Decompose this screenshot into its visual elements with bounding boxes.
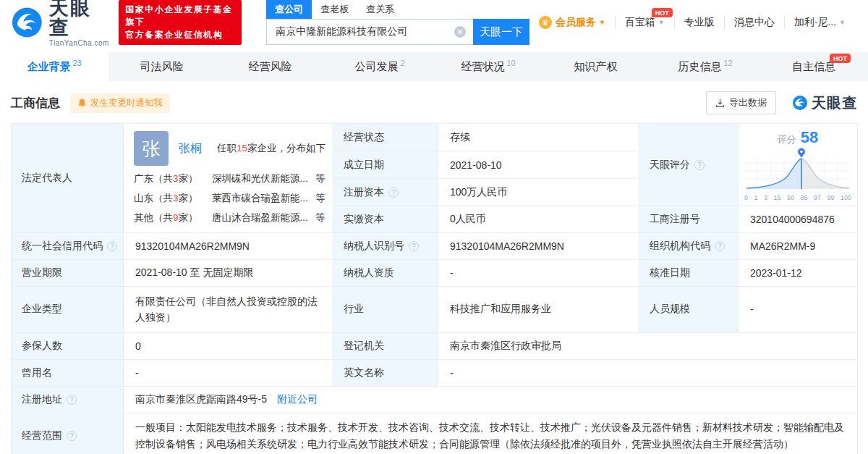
menu-toolbox[interactable]: HOT 百宝箱 ▼ xyxy=(615,16,674,29)
taxpayer-id-value: 91320104MA26R2MM9N xyxy=(438,233,639,260)
insured-count-label: 参保人数 xyxy=(12,332,124,359)
help-icon[interactable]: ? xyxy=(409,241,419,251)
address-value: 南京市秦淮区虎踞南路49号-5 附近公司 xyxy=(124,386,858,413)
distribution-row[interactable]: 山东（共3家） 莱西市碳合瑞盈新能... 等 xyxy=(134,192,327,205)
term-label: 营业期限 xyxy=(12,260,124,287)
search-tab-boss[interactable]: 查老板 xyxy=(312,0,357,19)
score-distribution-chart xyxy=(744,147,851,193)
table-row: 企业类型 有限责任公司（非自然人投资或控股的法人独资） 行业 科技推广和应用服务… xyxy=(12,287,858,333)
gov-certification-badge: 国家中小企业发展子基金旗下 官方备案企业征信机构 xyxy=(119,0,242,45)
help-icon[interactable]: ? xyxy=(388,188,399,198)
reg-capital-label: 注册资本? xyxy=(333,179,438,206)
distribution-row[interactable]: 广东（共3家） 深圳碳和光伏新能源... 等 xyxy=(134,172,327,185)
tab-company-background[interactable]: 企业背景23 xyxy=(0,52,109,81)
tab-intellectual-property[interactable]: 知识产权 xyxy=(542,52,651,81)
score-label: 天眼评分? xyxy=(639,124,739,206)
founded-value: 2021-08-10 xyxy=(438,151,639,179)
hot-badge: HOT xyxy=(830,54,851,63)
reg-number-label: 工商注册号 xyxy=(639,206,739,233)
reg-number-value: 320104000694876 xyxy=(739,206,858,233)
industry-value: 科技推广和应用服务业 xyxy=(438,287,639,333)
tab-operating-status[interactable]: 经营状况10 xyxy=(434,52,542,81)
staff-size-label: 人员规模 xyxy=(639,287,739,333)
insured-count-value: 0 xyxy=(124,332,333,359)
score-line: 评分58 xyxy=(778,128,818,147)
tianyancha-swirl-icon xyxy=(792,95,808,111)
table-row: 营业期限 2021-08-10 至 无固定期限 纳税人资质 - 核准日期 202… xyxy=(12,260,858,287)
top-header: 天眼查 TianYanCha.com 国家中小企业发展子基金旗下 官方备案企业征… xyxy=(0,0,868,45)
search-tab-relation[interactable]: 查关系 xyxy=(357,0,403,19)
term-value: 2021-08-10 至 无固定期限 xyxy=(124,260,333,287)
business-info-table: 法定代表人 张 张桐 任职15家企业，分布如下 广东（共3家） 深圳碳和光伏新能… xyxy=(11,123,858,454)
page: { "colors": { "accent": "#0e80f0", "bran… xyxy=(0,0,868,454)
credit-code-value: 91320104MA26R2MM9N xyxy=(124,233,333,260)
export-data-button[interactable]: 导出数据 xyxy=(706,91,776,114)
search-input[interactable] xyxy=(266,19,473,45)
top-menu: ♛ 会员服务 ▼ HOT 百宝箱 ▼ 专业版 消息中心 加利·尼... ▼ xyxy=(529,16,855,29)
table-row: 法定代表人 张 张桐 任职15家企业，分布如下 广东（共3家） 深圳碳和光伏新能… xyxy=(12,124,858,151)
help-icon[interactable]: ? xyxy=(715,241,725,251)
status-label: 经营状态 xyxy=(333,124,438,151)
menu-vip-services[interactable]: ♛ 会员服务 ▼ xyxy=(529,16,615,29)
search-tabs: 查公司 查老板 查关系 xyxy=(266,0,529,19)
legal-rep-name-link[interactable]: 张桐 xyxy=(179,141,202,156)
approval-date-label: 核准日期 xyxy=(639,260,739,287)
tianyancha-watermark-logo: 天眼查 xyxy=(792,93,857,113)
menu-pro-version[interactable]: 专业版 xyxy=(674,16,724,29)
chevron-down-icon: ▼ xyxy=(658,19,665,26)
tab-operating-risk[interactable]: 经营风险 xyxy=(217,52,326,81)
download-icon xyxy=(715,98,725,108)
english-name-value: - xyxy=(438,359,858,386)
founded-label: 成立日期 xyxy=(333,151,438,179)
taxpayer-id-label: 纳税人识别号? xyxy=(333,233,438,260)
menu-message-center[interactable]: 消息中心 xyxy=(724,16,784,29)
help-icon[interactable]: ? xyxy=(67,395,77,405)
help-icon[interactable]: ? xyxy=(694,160,705,170)
chevron-down-icon: ▼ xyxy=(839,19,846,26)
tianyancha-logo[interactable]: 天眼查 TianYanCha.com xyxy=(11,0,110,47)
english-name-label: 英文名称 xyxy=(333,359,438,386)
business-scope-label: 经营范围? xyxy=(12,413,124,454)
tenure-text: 任职15家企业，分布如下 xyxy=(217,142,327,155)
company-type-label: 企业类型 xyxy=(12,287,124,333)
table-row: 注册地址? 南京市秦淮区虎踞南路49号-5 附近公司 xyxy=(12,386,858,413)
logo-subtitle: TianYanCha.com xyxy=(49,39,110,47)
staff-size-value: - xyxy=(739,287,858,333)
logo-title: 天眼查 xyxy=(49,0,110,38)
search-button[interactable]: 天眼一下 xyxy=(473,19,529,45)
taxpayer-quality-label: 纳税人资质 xyxy=(333,260,438,287)
search-tab-company[interactable]: 查公司 xyxy=(266,0,312,19)
status-value: 存续 xyxy=(438,124,639,151)
section-title: 工商信息 xyxy=(11,95,60,112)
tianyancha-swirl-icon xyxy=(11,6,43,39)
tab-company-development[interactable]: 公司发展2 xyxy=(326,52,434,81)
legal-rep-label: 法定代表人 xyxy=(12,124,124,233)
company-nav-tabs: 企业背景23 司法风险 经营风险 公司发展2 经营状况10 知识产权 历史信息1… xyxy=(0,52,868,81)
nearby-companies-link[interactable]: 附近公司 xyxy=(277,393,318,405)
company-type-value: 有限责任公司（非自然人投资或控股的法人独资） xyxy=(124,287,333,333)
org-code-value: MA26R2MM-9 xyxy=(739,233,858,260)
registry-label: 登记机关 xyxy=(333,332,438,359)
taxpayer-quality-value: - xyxy=(438,260,639,287)
paid-capital-label: 实缴资本 xyxy=(333,206,438,233)
reg-capital-value: 100万人民币 xyxy=(438,179,639,206)
tab-history-info[interactable]: 历史信息12 xyxy=(651,52,760,81)
help-icon[interactable]: ? xyxy=(107,241,117,251)
help-icon[interactable]: ? xyxy=(67,431,77,441)
notify-on-change-button[interactable]: 发生变更时通知我 xyxy=(70,93,170,113)
menu-user-account[interactable]: 加利·尼... ▼ xyxy=(784,16,855,29)
score-chart-cell[interactable]: 评分58 xyxy=(739,124,858,206)
clear-input-icon[interactable]: ✕ xyxy=(454,26,466,38)
table-row: 参保人数 0 登记机关 南京市秦淮区行政审批局 xyxy=(12,332,858,359)
distribution-row[interactable]: 其他（共9家） 唐山沐合瑞盈新能源... 等 xyxy=(134,211,327,224)
tab-judicial-risk[interactable]: 司法风险 xyxy=(109,52,217,81)
table-row: 统一社会信用代码? 91320104MA26R2MM9N 纳税人识别号? 913… xyxy=(12,233,858,260)
score-axis: 013 155085 9799100 xyxy=(744,194,851,201)
paid-capital-value: 0人民币 xyxy=(438,206,639,233)
hot-badge: HOT xyxy=(652,8,673,17)
tab-self-info[interactable]: 自主信息 HOT xyxy=(760,52,868,81)
chevron-down-icon: ▼ xyxy=(599,19,605,26)
map-pin-icon xyxy=(798,148,805,159)
avatar[interactable]: 张 xyxy=(134,131,169,166)
table-row: 曾用名 - 英文名称 - xyxy=(12,359,858,386)
